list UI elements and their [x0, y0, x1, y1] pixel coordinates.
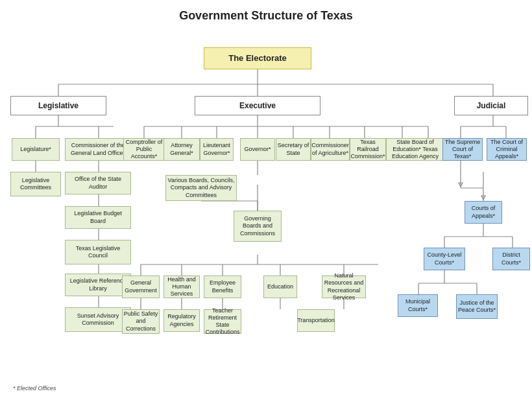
various-boards-box: Various Boards, Councils, Compacts and A… — [165, 175, 237, 201]
legislature-box: Legislature* — [12, 138, 60, 161]
lieutenant-governor-box: Lieutenant Governor* — [200, 138, 234, 161]
district-courts-box: District Courts* — [492, 248, 530, 270]
electorate-box: The Electorate — [204, 47, 311, 69]
general-gov-box: General Government — [122, 275, 160, 298]
regulatory-agencies-box: Regulatory Agencies — [163, 309, 200, 332]
natural-resources-box: Natural Resources and Recreational Servi… — [322, 275, 366, 298]
governing-boards-box: Governing Boards and Commissions — [234, 211, 282, 242]
governor-box: Governor* — [240, 138, 275, 161]
commissioner-glo-box: Commissioner of the General Land Office* — [65, 138, 131, 161]
secretary-state-box: Secretary of State — [276, 138, 311, 161]
budget-board-box: Legislative Budget Board — [65, 206, 131, 229]
courts-appeals-box: Courts of Appeals* — [465, 201, 502, 224]
attorney-general-box: Attorney General* — [163, 138, 200, 161]
page-title: Government Structure of Texas — [0, 0, 532, 28]
judicial-header: Judicial — [454, 96, 528, 115]
office-auditor-box: Office of the State Auditor — [65, 172, 131, 194]
railroad-commission-box: Texas Railroad Commission* — [350, 138, 386, 161]
commissioner-agri-box: Commissioner of Agriculture* — [311, 138, 350, 161]
court-criminal-box: The Court of Criminal Appeals* — [487, 138, 527, 161]
legislative-committees-box: Legislative Committees — [10, 172, 61, 196]
transportation-box: Transportation — [297, 309, 335, 332]
executive-header: Executive — [195, 96, 320, 115]
health-human-box: Health and Human Services — [163, 275, 200, 298]
footnote: * Elected Offices — [13, 385, 56, 392]
tx-leg-council-box: Texas Legislative Council — [65, 240, 131, 264]
comptroller-box: Comptroller of Public Accounts* — [123, 138, 165, 161]
supreme-court-box: The Supreme Court of Texas* — [442, 138, 483, 161]
county-level-box: County-Level Courts* — [424, 248, 465, 270]
sunset-advisory-box: Sunset Advisory Commission — [65, 307, 131, 332]
reference-library-box: Legislative Reference Library — [65, 274, 131, 296]
state-board-ed-box: State Board of Education* Texas Educatio… — [386, 138, 444, 161]
public-safety-box: Public Safety and Corrections — [122, 309, 160, 334]
education-box: Education — [263, 275, 297, 298]
municipal-courts-box: Municipal Courts* — [398, 294, 438, 317]
teacher-retirement-box: Teacher Retirement State Contributions — [204, 309, 241, 334]
employee-benefits-box: Employee Benefits — [204, 275, 241, 298]
justice-peace-box: Justice of the Peace Courts* — [456, 294, 498, 319]
legislative-header: Legislative — [10, 96, 106, 115]
page: Government Structure of Texas — [0, 0, 532, 398]
